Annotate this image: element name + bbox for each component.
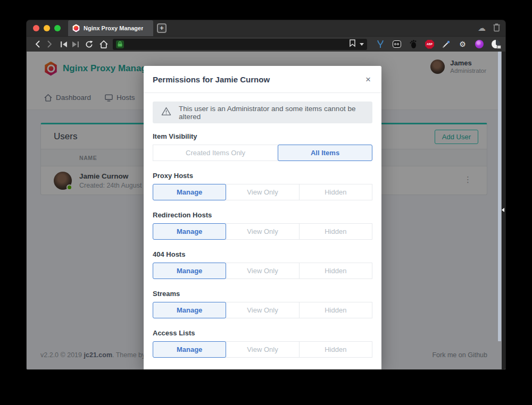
access-lists-hidden[interactable]: Hidden bbox=[299, 341, 372, 358]
alert-text: This user is an Administrator and some i… bbox=[179, 105, 364, 121]
404-hosts-manage[interactable]: Manage bbox=[153, 263, 226, 279]
access-lists-manage[interactable]: Manage bbox=[153, 341, 226, 358]
section-access-lists: Access Lists Manage View Only Hidden bbox=[153, 329, 372, 358]
close-window-button[interactable] bbox=[33, 25, 39, 31]
browser-titlebar: Nginx Proxy Manager + ☁ bbox=[27, 20, 505, 36]
admin-alert: This user is an Administrator and some i… bbox=[153, 102, 372, 123]
minimize-window-button[interactable] bbox=[44, 25, 50, 31]
panel-arrow-icon bbox=[502, 208, 504, 212]
fast-forward-icon[interactable] bbox=[70, 38, 81, 50]
extension-gnome-foot-icon[interactable] bbox=[409, 40, 418, 49]
permissions-modal: Permissions for Jamie Curnow × This user… bbox=[144, 66, 381, 369]
extension-settings-gear-icon[interactable]: ⚙ bbox=[458, 40, 467, 49]
section-label: Access Lists bbox=[153, 329, 372, 337]
404-hosts-hidden[interactable]: Hidden bbox=[299, 263, 372, 279]
proxy-hosts-hidden[interactable]: Hidden bbox=[299, 184, 372, 200]
back-icon[interactable] bbox=[32, 38, 44, 50]
favicon-npm-logo bbox=[72, 24, 80, 32]
trash-icon[interactable] bbox=[493, 23, 500, 33]
browser-tab[interactable]: Nginx Proxy Manager bbox=[68, 20, 153, 36]
rewind-icon[interactable] bbox=[58, 38, 70, 50]
extension-privacy-icon[interactable] bbox=[491, 40, 500, 49]
browser-window: Nginx Proxy Manager + ☁ bbox=[27, 20, 505, 369]
extension-adblock-plus-icon[interactable]: ABP bbox=[425, 40, 434, 49]
section-label: Redirection Hosts bbox=[153, 211, 372, 219]
404-hosts-view-only[interactable]: View Only bbox=[226, 263, 299, 279]
redirection-hosts-view-only[interactable]: View Only bbox=[226, 223, 299, 240]
extension-fork-icon[interactable] bbox=[376, 40, 385, 49]
warning-triangle-icon bbox=[161, 107, 171, 118]
section-item-visibility: Item Visibility Created Items Only All I… bbox=[153, 132, 372, 161]
extension-purple-icon[interactable] bbox=[475, 40, 484, 49]
modal-header: Permissions for Jamie Curnow × bbox=[144, 66, 381, 93]
side-panel-toggle[interactable] bbox=[502, 52, 505, 369]
modal-title: Permissions for Jamie Curnow bbox=[153, 75, 270, 84]
bookmark-caret-icon[interactable] bbox=[360, 43, 364, 46]
address-bar[interactable] bbox=[113, 39, 367, 50]
section-proxy-hosts: Proxy Hosts Manage View Only Hidden bbox=[153, 172, 372, 200]
section-label: Proxy Hosts bbox=[153, 172, 372, 180]
section-label: 404 Hosts bbox=[153, 250, 372, 258]
section-404-hosts: 404 Hosts Manage View Only Hidden bbox=[153, 250, 372, 279]
extension-icons: ABP ⚙ bbox=[376, 40, 500, 49]
streams-manage[interactable]: Manage bbox=[153, 302, 226, 318]
section-streams: Streams Manage View Only Hidden bbox=[153, 290, 372, 318]
new-tab-button[interactable]: + bbox=[157, 23, 167, 33]
extension-dropper-icon[interactable] bbox=[442, 40, 451, 49]
proxy-hosts-view-only[interactable]: View Only bbox=[226, 184, 299, 200]
option-created-items-only[interactable]: Created Items Only bbox=[153, 145, 278, 161]
section-redirection-hosts: Redirection Hosts Manage View Only Hidde… bbox=[153, 211, 372, 240]
option-all-items[interactable]: All Items bbox=[278, 145, 372, 161]
section-label: Item Visibility bbox=[153, 132, 372, 140]
streams-view-only[interactable]: View Only bbox=[226, 302, 299, 318]
scrollbar-thumb[interactable] bbox=[498, 52, 501, 341]
window-controls bbox=[27, 20, 68, 36]
extension-goggles-icon[interactable] bbox=[392, 40, 401, 49]
sync-cloud-icon[interactable]: ☁ bbox=[478, 23, 486, 33]
bookmark-icon[interactable] bbox=[350, 39, 355, 49]
access-lists-view-only[interactable]: View Only bbox=[226, 341, 299, 358]
close-icon[interactable]: × bbox=[365, 75, 371, 84]
page-viewport: Nginx Proxy Manager James Administrator … bbox=[27, 52, 505, 369]
home-icon[interactable] bbox=[98, 38, 110, 50]
tab-title: Nginx Proxy Manager bbox=[84, 25, 143, 31]
proxy-hosts-manage[interactable]: Manage bbox=[153, 184, 226, 200]
maximize-window-button[interactable] bbox=[54, 25, 61, 31]
reload-icon[interactable] bbox=[84, 38, 95, 50]
forward-icon[interactable] bbox=[44, 38, 55, 50]
section-label: Streams bbox=[153, 290, 372, 298]
streams-hidden[interactable]: Hidden bbox=[299, 302, 372, 318]
redirection-hosts-hidden[interactable]: Hidden bbox=[299, 223, 372, 240]
redirection-hosts-manage[interactable]: Manage bbox=[153, 223, 226, 240]
browser-toolbar: ABP ⚙ bbox=[27, 36, 505, 52]
ssl-lock-icon[interactable] bbox=[116, 40, 124, 48]
